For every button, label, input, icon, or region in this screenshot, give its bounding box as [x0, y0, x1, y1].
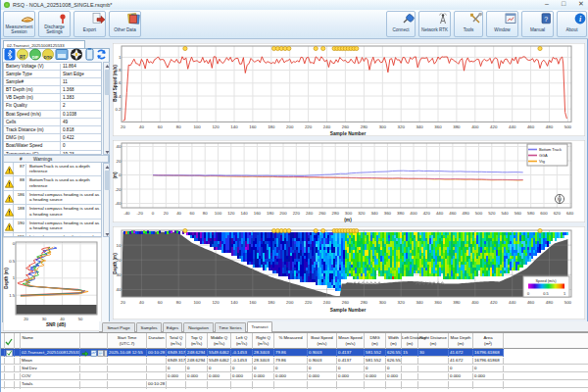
svg-text:320: 320 — [398, 300, 406, 305]
svg-text:520: 520 — [488, 211, 496, 216]
svg-text:20: 20 — [164, 211, 169, 216]
svg-text:40: 40 — [117, 144, 122, 149]
svg-text:Sample Number: Sample Number — [330, 308, 367, 313]
svg-text:240: 240 — [306, 211, 314, 216]
svg-text:10: 10 — [117, 243, 122, 248]
svg-text:380: 380 — [453, 124, 461, 129]
svg-text:320: 320 — [398, 124, 406, 129]
svg-text:GGA: GGA — [539, 153, 548, 158]
svg-text:300: 300 — [379, 300, 387, 305]
svg-text:40: 40 — [60, 317, 65, 321]
svg-text:500: 500 — [564, 124, 572, 129]
svg-text:60: 60 — [158, 300, 163, 305]
svg-text:-40: -40 — [123, 211, 130, 216]
svg-text:1.5: 1.5 — [9, 293, 15, 298]
svg-text:SNR (dB): SNR (dB) — [46, 322, 67, 327]
svg-text:220: 220 — [305, 300, 313, 305]
svg-text:260: 260 — [342, 124, 350, 129]
svg-text:360: 360 — [384, 211, 392, 216]
svg-text:200: 200 — [286, 300, 294, 305]
svg-text:360: 360 — [434, 300, 442, 305]
svg-text:340: 340 — [370, 211, 378, 216]
svg-text:Depth (m): Depth (m) — [113, 253, 118, 274]
svg-text:DTG: DTG — [44, 55, 52, 60]
svg-text:100: 100 — [193, 124, 201, 129]
svg-text:300: 300 — [379, 124, 387, 129]
svg-text:60: 60 — [189, 211, 194, 216]
svg-text:0.2: 0.2 — [115, 107, 122, 112]
svg-text:240: 240 — [323, 124, 331, 129]
svg-text:280: 280 — [361, 124, 368, 129]
svg-text:180: 180 — [268, 124, 275, 129]
svg-text:380: 380 — [453, 300, 461, 305]
svg-text:240: 240 — [323, 300, 331, 305]
svg-text:60: 60 — [158, 124, 163, 129]
svg-text:500: 500 — [564, 300, 572, 305]
svg-text:460: 460 — [527, 300, 535, 305]
svg-text:480: 480 — [546, 124, 554, 129]
svg-text:Sample Number: Sample Number — [330, 131, 367, 136]
svg-text:80: 80 — [176, 300, 181, 305]
svg-text:400: 400 — [410, 211, 417, 216]
svg-text:340: 340 — [416, 124, 423, 129]
svg-text:200: 200 — [286, 124, 294, 129]
svg-text:20: 20 — [117, 159, 122, 164]
svg-text:20: 20 — [121, 300, 125, 305]
svg-text:420: 420 — [490, 124, 498, 129]
svg-text:100: 100 — [215, 211, 222, 216]
svg-text:500: 500 — [475, 211, 483, 216]
svg-text:180: 180 — [267, 211, 274, 216]
svg-text:260: 260 — [342, 300, 350, 305]
svg-text:40: 40 — [139, 300, 144, 305]
svg-text:Speed (m/s): Speed (m/s) — [535, 278, 557, 283]
svg-text:420: 420 — [423, 211, 431, 216]
svg-text:440: 440 — [436, 211, 444, 216]
svg-text:80: 80 — [203, 211, 208, 216]
svg-text:160: 160 — [249, 300, 257, 305]
svg-text:120: 120 — [212, 124, 220, 129]
svg-text:220: 220 — [305, 124, 313, 129]
svg-text:360: 360 — [434, 124, 442, 129]
svg-text:460: 460 — [449, 211, 457, 216]
svg-text:Boat Speed (m/s): Boat Speed (m/s) — [113, 65, 118, 102]
svg-text:140: 140 — [240, 211, 248, 216]
svg-text:50: 50 — [78, 317, 83, 321]
svg-text:340: 340 — [416, 300, 423, 305]
svg-text:120: 120 — [227, 211, 235, 216]
svg-text:RT: RT — [20, 55, 25, 60]
svg-text:40: 40 — [139, 124, 144, 129]
svg-text:0.5: 0.5 — [9, 259, 15, 264]
svg-text:80: 80 — [176, 124, 181, 129]
svg-text:480: 480 — [546, 300, 554, 305]
svg-text:0.5: 0.5 — [543, 291, 548, 296]
svg-text:120: 120 — [212, 300, 220, 305]
svg-text:160: 160 — [254, 211, 262, 216]
svg-text:300: 300 — [345, 211, 353, 216]
svg-text:160: 160 — [249, 124, 257, 129]
svg-text:1: 1 — [564, 291, 565, 296]
svg-text:Depth (m): Depth (m) — [4, 268, 9, 289]
svg-text:640: 640 — [566, 211, 574, 216]
svg-text:Bottom Track: Bottom Track — [539, 147, 562, 152]
svg-text:40: 40 — [117, 287, 122, 292]
svg-text:(m): (m) — [113, 172, 118, 179]
svg-text:-40: -40 — [115, 201, 122, 206]
svg-text:260: 260 — [318, 211, 326, 216]
svg-text:400: 400 — [471, 300, 479, 305]
svg-text:220: 220 — [293, 211, 301, 216]
svg-text:540: 540 — [501, 211, 509, 216]
svg-text:140: 140 — [230, 124, 238, 129]
svg-text:380: 380 — [397, 211, 405, 216]
svg-text:180: 180 — [268, 300, 275, 305]
svg-text:200: 200 — [279, 211, 287, 216]
svg-text:280: 280 — [361, 300, 368, 305]
svg-text:100: 100 — [193, 300, 201, 305]
svg-text:30: 30 — [42, 317, 47, 321]
svg-text:-20: -20 — [115, 187, 122, 192]
svg-text:40: 40 — [176, 211, 181, 216]
svg-text:600: 600 — [540, 211, 548, 216]
svg-text:(m): (m) — [344, 218, 352, 222]
svg-text:-20: -20 — [137, 211, 144, 216]
svg-text:580: 580 — [527, 211, 535, 216]
svg-text:400: 400 — [471, 124, 479, 129]
